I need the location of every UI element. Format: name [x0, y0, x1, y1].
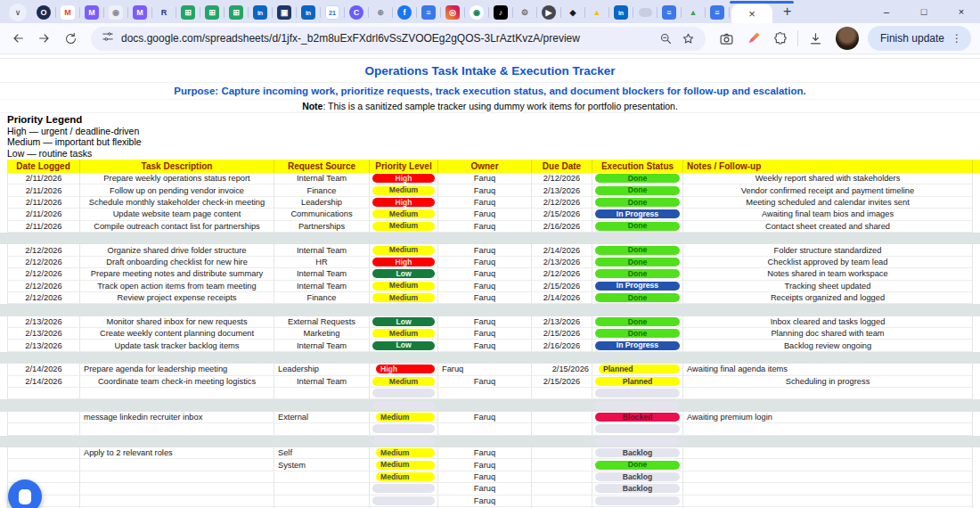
- tab-send-dark[interactable]: ▶: [537, 5, 560, 20]
- tab-globe-gray[interactable]: ⊕: [369, 5, 392, 20]
- cell-source: External Requests: [274, 316, 370, 328]
- cell-source: Internal Team: [274, 376, 370, 388]
- tab-google-sheets-1[interactable]: ⊞: [176, 5, 200, 20]
- cell-pri: High: [370, 257, 438, 268]
- tab-r-app[interactable]: R: [152, 5, 176, 20]
- back-icon[interactable]: [11, 31, 25, 45]
- extensions-puzzle-icon[interactable]: [773, 31, 788, 45]
- url-bar[interactable]: docs.google.com/spreadsheets/d/1jfx-_b2m…: [91, 27, 706, 51]
- tab-tiktok[interactable]: ♪: [489, 5, 512, 20]
- tab-pinned-app-dark[interactable]: O: [32, 5, 55, 20]
- cell-date: [0, 399, 80, 411]
- cell-pri: [370, 496, 438, 507]
- send-dark-icon: ▶: [542, 5, 556, 20]
- cell-date: 2/13/2026: [7, 340, 80, 351]
- close-window-button[interactable]: ×: [943, 0, 980, 23]
- cell-notes: Inbox cleared and tasks logged: [683, 316, 973, 328]
- tab-google-docs-1[interactable]: ≡: [417, 5, 440, 20]
- site-settings-icon[interactable]: [102, 30, 114, 46]
- status-pill: [595, 437, 680, 446]
- cell-source: Leadership: [274, 364, 370, 375]
- tab-google-docs-3[interactable]: ≡: [706, 5, 729, 20]
- tab-m-purple-2[interactable]: M: [128, 5, 151, 20]
- column-header: Priority Level: [370, 160, 438, 173]
- active-tab[interactable]: ×: [731, 4, 772, 23]
- tab-facebook[interactable]: f: [393, 5, 416, 20]
- tab-google-sheets-2[interactable]: ⊞: [200, 5, 224, 20]
- cell-st: Planned: [592, 364, 683, 375]
- status-pill: Done: [595, 246, 680, 255]
- camera-icon[interactable]: [719, 31, 734, 46]
- tab-gear-gray[interactable]: ⚙: [513, 5, 536, 20]
- tab-google-calendar[interactable]: 21: [321, 5, 344, 20]
- color-picker-pen-icon[interactable]: [747, 31, 761, 45]
- cell-source: [274, 399, 370, 411]
- cell-task: Prepare weekly operations status report: [80, 173, 274, 184]
- cell-st: Done: [592, 184, 683, 196]
- tab-briefcase-navy[interactable]: ▣: [273, 5, 296, 20]
- zoom-out-icon[interactable]: [659, 32, 673, 45]
- tab-linkedin-3[interactable]: in: [609, 5, 633, 20]
- globe-gray-icon: ⊕: [373, 5, 388, 20]
- close-tab-icon[interactable]: ×: [748, 7, 755, 20]
- cell-notes: [683, 388, 973, 399]
- cell-notes: Vendor confirmed receipt and payment tim…: [683, 184, 973, 196]
- cell-due: 2/16/2026: [532, 221, 592, 233]
- finish-update-button[interactable]: Finish update ⋮: [868, 26, 971, 51]
- cell-source: [274, 388, 370, 399]
- tab-google-drive-1[interactable]: ▲: [585, 5, 608, 20]
- cell-task: message linkedin recruiter inbox: [80, 412, 274, 423]
- cell-pri: Medium: [370, 447, 438, 459]
- cell-task: Prepare meeting notes and distribute sum…: [80, 268, 274, 280]
- tab-search-chevron-icon[interactable]: ∨: [9, 4, 27, 21]
- priority-pill: Low: [372, 317, 435, 326]
- cell-pri: Low: [370, 340, 438, 351]
- chat-widget-button[interactable]: [8, 479, 42, 508]
- table-row: Apply to 2 relevant rolesSelfMediumFaruq…: [7, 447, 980, 459]
- maximize-button[interactable]: □: [905, 0, 943, 23]
- more-options-icon[interactable]: ⋮: [951, 32, 962, 45]
- download-icon[interactable]: [808, 31, 823, 46]
- tab-m-purple-1[interactable]: M: [80, 5, 103, 20]
- tab-google-sheets-3[interactable]: ⊞: [225, 5, 248, 20]
- bookmark-star-icon[interactable]: [682, 32, 695, 45]
- reload-icon[interactable]: [64, 32, 78, 45]
- finish-update-label: Finish update: [880, 32, 944, 45]
- tab-linkedin-1[interactable]: in: [249, 5, 272, 20]
- pinned-tabs: OMM◉MR⊞⊞⊞in▣in21C⊕f≡◎◉♪⚙▶◆▲in≡▲≡: [32, 5, 730, 20]
- tab-move-diamond[interactable]: ◆: [561, 5, 584, 20]
- cell-notes: [683, 423, 973, 435]
- cell-pri: Medium: [370, 471, 438, 483]
- tab-camera-gray[interactable]: ◉: [104, 5, 127, 20]
- new-tab-button[interactable]: +: [783, 4, 791, 20]
- cell-owner: Faruq: [438, 471, 532, 483]
- tab-google-docs-2[interactable]: ≡: [657, 5, 681, 20]
- cell-due: 2/12/2026: [532, 173, 592, 184]
- cell-st: Backlog: [592, 483, 683, 495]
- cell-st: Done: [592, 292, 683, 304]
- tab-oval-gray[interactable]: [633, 8, 657, 17]
- tab-gmail[interactable]: M: [56, 5, 79, 20]
- tab-c-purple[interactable]: C: [345, 5, 368, 20]
- status-pill: Done: [595, 174, 680, 183]
- cell-pri: Medium: [370, 184, 438, 196]
- cell-st: Done: [592, 328, 683, 340]
- cell-owner: Faruq: [438, 184, 532, 196]
- sheet-note: Note: This is a sanitized sample tracker…: [0, 100, 980, 113]
- cell-source: Finance: [274, 184, 370, 196]
- cell-notes: [683, 496, 973, 507]
- cell-notes: Meeting scheduled and calendar invites s…: [683, 197, 973, 209]
- tab-google-drive-2[interactable]: ▲: [682, 5, 705, 20]
- minimize-button[interactable]: –: [868, 0, 905, 23]
- tab-clipchamp-camera[interactable]: ◉: [465, 5, 488, 20]
- priority-pill: Low: [372, 341, 435, 350]
- tab-instagram[interactable]: ◎: [441, 5, 464, 20]
- tab-linkedin-2[interactable]: in: [297, 5, 320, 20]
- cell-pri: [370, 483, 438, 495]
- cell-date: 2/12/2026: [7, 257, 80, 268]
- m-purple-1-icon: M: [85, 5, 99, 20]
- cell-task: [80, 352, 274, 364]
- forward-icon[interactable]: [37, 31, 52, 45]
- cell-due: [532, 436, 592, 447]
- profile-avatar[interactable]: [836, 27, 859, 50]
